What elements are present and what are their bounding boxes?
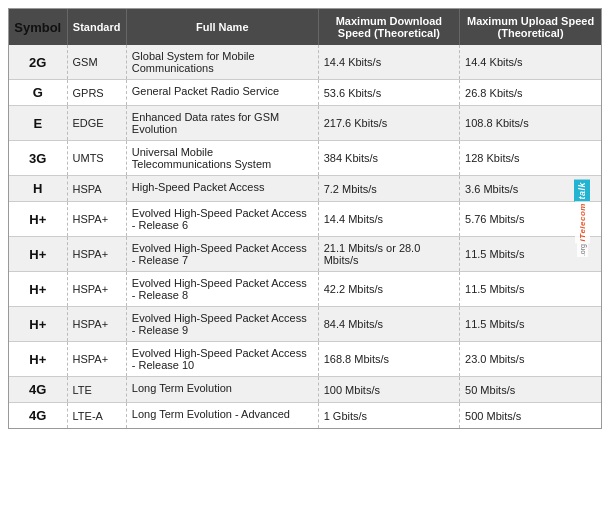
table-row: GGPRSGeneral Packet Radio Service53.6 Kb…: [9, 80, 601, 106]
table-row: HHSPAHigh-Speed Packet Access7.2 Mbits/s…: [9, 176, 601, 202]
cell-fullname: High-Speed Packet Access: [126, 176, 318, 202]
cell-standard: HSPA+: [67, 237, 126, 272]
cell-download: 14.4 Mbits/s: [318, 202, 459, 237]
cell-symbol: 4G: [9, 403, 67, 429]
cell-standard: UMTS: [67, 141, 126, 176]
cell-standard: HSPA: [67, 176, 126, 202]
cell-fullname: Evolved High-Speed Packet Access - Relea…: [126, 342, 318, 377]
cell-download: 217.6 Kbits/s: [318, 106, 459, 141]
cell-symbol: H+: [9, 307, 67, 342]
header-symbol: Symbol: [9, 9, 67, 45]
cell-fullname: Long Term Evolution - Advanced: [126, 403, 318, 429]
cell-download: 14.4 Kbits/s: [318, 45, 459, 80]
cell-upload: 11.5 Mbits/s: [460, 307, 601, 342]
cell-fullname: Evolved High-Speed Packet Access - Relea…: [126, 202, 318, 237]
cell-download: 100 Mbits/s: [318, 377, 459, 403]
cell-download: 84.4 Mbits/s: [318, 307, 459, 342]
cell-standard: HSPA+: [67, 342, 126, 377]
cell-upload: 108.8 Kbits/s: [460, 106, 601, 141]
table-row: H+HSPA+Evolved High-Speed Packet Access …: [9, 342, 601, 377]
cell-fullname: Long Term Evolution: [126, 377, 318, 403]
header-upload: Maximum Upload Speed (Theoretical): [460, 9, 601, 45]
cell-fullname: Evolved High-Speed Packet Access - Relea…: [126, 237, 318, 272]
table-row: 3GUMTSUniversal Mobile Telecommunication…: [9, 141, 601, 176]
cell-upload: 23.0 Mbits/s: [460, 342, 601, 377]
cell-symbol: 4G: [9, 377, 67, 403]
cell-standard: HSPA+: [67, 307, 126, 342]
cell-upload: 3.6 Mbits/s: [460, 176, 601, 202]
table-row: 4GLTE-ALong Term Evolution - Advanced1 G…: [9, 403, 601, 429]
table-body: 2GGSMGlobal System for Mobile Communicat…: [9, 45, 601, 428]
header-download: Maximum Download Speed (Theoretical): [318, 9, 459, 45]
cell-standard: LTE: [67, 377, 126, 403]
cell-upload: 128 Kbits/s: [460, 141, 601, 176]
cell-standard: GPRS: [67, 80, 126, 106]
cell-standard: GSM: [67, 45, 126, 80]
cell-fullname: Global System for Mobile Communications: [126, 45, 318, 80]
cell-download: 53.6 Kbits/s: [318, 80, 459, 106]
cell-upload: 11.5 Mbits/s: [460, 237, 601, 272]
cell-download: 1 Gbits/s: [318, 403, 459, 429]
cell-standard: HSPA+: [67, 272, 126, 307]
cell-download: 21.1 Mbits/s or 28.0 Mbits/s: [318, 237, 459, 272]
main-table-wrapper: Symbol Standard Full Name Maximum Downlo…: [8, 8, 602, 429]
cell-upload: 14.4 Kbits/s: [460, 45, 601, 80]
cell-upload: 26.8 Kbits/s: [460, 80, 601, 106]
cell-standard: HSPA+: [67, 202, 126, 237]
cell-symbol: 2G: [9, 45, 67, 80]
table-row: H+HSPA+Evolved High-Speed Packet Access …: [9, 272, 601, 307]
cell-symbol: G: [9, 80, 67, 106]
cell-fullname: Universal Mobile Telecommunications Syst…: [126, 141, 318, 176]
table-row: 4GLTELong Term Evolution100 Mbits/s50 Mb…: [9, 377, 601, 403]
header-fullname: Full Name: [126, 9, 318, 45]
cell-standard: LTE-A: [67, 403, 126, 429]
cell-symbol: H+: [9, 202, 67, 237]
cell-download: 42.2 Mbits/s: [318, 272, 459, 307]
cell-upload: 11.5 Mbits/s: [460, 272, 601, 307]
table-row: H+HSPA+Evolved High-Speed Packet Access …: [9, 237, 601, 272]
cell-symbol: H+: [9, 272, 67, 307]
cell-symbol: H+: [9, 342, 67, 377]
cell-fullname: Evolved High-Speed Packet Access - Relea…: [126, 307, 318, 342]
cell-symbol: E: [9, 106, 67, 141]
table-row: 2GGSMGlobal System for Mobile Communicat…: [9, 45, 601, 80]
cell-fullname: General Packet Radio Service: [126, 80, 318, 106]
cell-upload: 5.76 Mbits/s: [460, 202, 601, 237]
cell-download: 7.2 Mbits/s: [318, 176, 459, 202]
cell-fullname: Evolved High-Speed Packet Access - Relea…: [126, 272, 318, 307]
cell-symbol: 3G: [9, 141, 67, 176]
table-header-row: Symbol Standard Full Name Maximum Downlo…: [9, 9, 601, 45]
cell-symbol: H: [9, 176, 67, 202]
mobile-standards-table: Symbol Standard Full Name Maximum Downlo…: [9, 9, 601, 428]
cell-upload: 50 Mbits/s: [460, 377, 601, 403]
cell-symbol: H+: [9, 237, 67, 272]
cell-download: 168.8 Mbits/s: [318, 342, 459, 377]
table-row: H+HSPA+Evolved High-Speed Packet Access …: [9, 307, 601, 342]
header-standard: Standard: [67, 9, 126, 45]
cell-upload: 500 Mbits/s: [460, 403, 601, 429]
cell-fullname: Enhanced Data rates for GSM Evolution: [126, 106, 318, 141]
table-row: H+HSPA+Evolved High-Speed Packet Access …: [9, 202, 601, 237]
cell-download: 384 Kbits/s: [318, 141, 459, 176]
table-row: EEDGEEnhanced Data rates for GSM Evoluti…: [9, 106, 601, 141]
cell-standard: EDGE: [67, 106, 126, 141]
